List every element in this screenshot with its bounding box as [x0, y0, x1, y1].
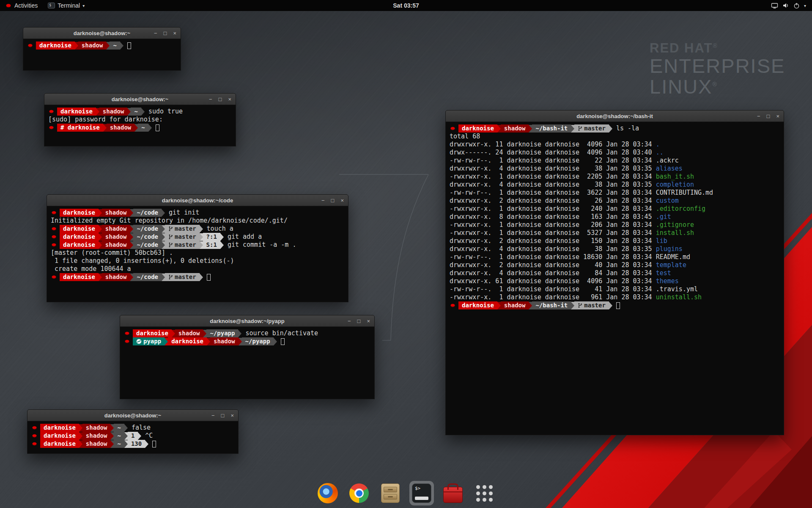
- file-entry-name: .gitignore: [656, 221, 694, 229]
- terminal-line: -rw-rw-r--. 1 darknoise darknoise 18630 …: [450, 253, 780, 261]
- maximize-button[interactable]: □: [221, 412, 225, 419]
- minimize-button[interactable]: −: [209, 96, 212, 102]
- powerline-separator: [609, 302, 612, 309]
- file-entry-name: README.md: [656, 253, 690, 261]
- system-status-area[interactable]: ▾: [765, 0, 812, 11]
- activities-label: Activities: [14, 2, 38, 9]
- powerline-separator: [497, 125, 501, 133]
- minimize-button[interactable]: −: [321, 197, 325, 204]
- minimize-button[interactable]: −: [348, 318, 351, 324]
- terminal-line: -rw-rw-r--. 1 darknoise darknoise 3622 J…: [450, 189, 780, 197]
- window-title: darknoise@shadow:~: [74, 30, 130, 36]
- prompt-segment-path: ~/code: [133, 209, 162, 217]
- command-text: touch a: [207, 225, 233, 233]
- terminal-line: -rw-rw-r--. 1 darknoise darknoise 41 Jan…: [450, 285, 780, 293]
- terminal-line: [sudo] password for darknoise:: [48, 116, 232, 124]
- prompt-segment-git: master: [165, 241, 200, 249]
- maximize-button[interactable]: □: [164, 30, 167, 36]
- prompt-segment-user: darknoise: [36, 41, 75, 50]
- prompt-segment-git: master: [165, 233, 200, 241]
- redhat-prompt-icon: [31, 425, 38, 431]
- window-title: darknoise@shadow:~: [112, 96, 168, 102]
- terminal-content[interactable]: darknoiseshadow~/codegit initInitialized…: [47, 206, 348, 284]
- registered-mark: ®: [713, 42, 718, 49]
- maximize-button[interactable]: □: [357, 318, 361, 324]
- dock: $>: [315, 481, 497, 505]
- terminal-line: create mode 100644 a: [51, 265, 344, 273]
- minimize-button[interactable]: −: [154, 30, 157, 36]
- terminal-content[interactable]: darknoiseshadow~: [23, 39, 181, 52]
- terminal-line: Initialized empty Git repository in /hom…: [51, 217, 344, 225]
- close-button[interactable]: ×: [367, 318, 370, 324]
- file-entry-name: template: [656, 261, 686, 269]
- close-button[interactable]: ×: [230, 412, 234, 419]
- terminal-line: darknoiseshadow~1^C: [31, 432, 234, 440]
- terminal-line: drwxrwxr-x. 8 darknoise darknoise 163 Ja…: [450, 213, 780, 221]
- dock-item-firefox[interactable]: [315, 481, 340, 505]
- close-button[interactable]: ×: [228, 96, 231, 102]
- terminal-content[interactable]: darknoiseshadow~sudo true[sudo] password…: [44, 105, 236, 134]
- titlebar[interactable]: darknoise@shadow:~/pyapp − □ ×: [120, 315, 374, 327]
- titlebar[interactable]: darknoise@shadow:~ − □ ×: [27, 410, 238, 421]
- terminal-cursor: [207, 274, 211, 281]
- terminal-content[interactable]: darknoiseshadow~falsedarknoiseshadow~1^C…: [27, 421, 238, 450]
- terminal-line: drwxrwxr-x. 61 darknoise darknoise 4096 …: [450, 277, 780, 285]
- minimize-button[interactable]: −: [757, 113, 760, 119]
- titlebar[interactable]: darknoise@shadow:~ − □ ×: [23, 28, 181, 39]
- dock-item-chrome[interactable]: [347, 481, 371, 505]
- close-button[interactable]: ×: [340, 197, 344, 204]
- brand-line-linux: LINUX®: [650, 77, 785, 97]
- maximize-button[interactable]: □: [219, 96, 222, 102]
- terminal-line: drwxrwxr-x. 4 darknoise darknoise 84 Jan…: [450, 269, 780, 277]
- maximize-button[interactable]: □: [767, 113, 770, 119]
- dock-item-files[interactable]: [378, 481, 403, 505]
- file-entry-meta: -rw-rw-r--. 1 darknoise darknoise 3622 J…: [450, 189, 656, 197]
- powerline-separator: [529, 125, 532, 133]
- redhat-prompt-icon: [51, 243, 57, 248]
- file-entry-meta: drwxrwxr-x. 4 darknoise darknoise 38 Jan…: [450, 165, 656, 173]
- close-button[interactable]: ×: [776, 113, 779, 119]
- app-menu-terminal[interactable]: $ Terminal ▾: [43, 0, 90, 11]
- powerline-separator: [99, 273, 102, 281]
- prompt-segment-host: shadow: [102, 241, 130, 249]
- terminal-cursor: [281, 338, 285, 345]
- titlebar[interactable]: darknoise@shadow:~/bash-it − □ ×: [446, 110, 784, 122]
- top-bar: Activities $ Terminal ▾ Sat 03:57 ▾: [0, 0, 812, 11]
- maximize-button[interactable]: □: [331, 197, 335, 204]
- powerline-separator: [571, 302, 574, 309]
- powerline-separator: [110, 432, 114, 440]
- dock-item-app-grid[interactable]: [472, 481, 497, 505]
- terminal-line: -rwxrwxr-x. 1 darknoise darknoise 240 Ja…: [450, 205, 780, 213]
- clock[interactable]: Sat 03:57: [393, 2, 419, 9]
- terminal-line: darknoiseshadow~/codemastertouch a: [51, 225, 344, 233]
- terminal-line: darknoiseshadow~/bash-itmaster: [450, 301, 780, 309]
- close-button[interactable]: ×: [173, 30, 176, 36]
- redhat-prompt-icon: [48, 125, 55, 130]
- redhat-prompt-icon: [51, 235, 57, 240]
- activities-button[interactable]: Activities: [0, 0, 43, 11]
- terminal-icon: $>: [412, 483, 431, 503]
- prompt-segment-path: ~: [114, 440, 124, 448]
- terminal-line: drwxrwxr-x. 4 darknoise darknoise 38 Jan…: [450, 165, 780, 173]
- terminal-line: drwxrwxr-x. 4 darknoise darknoise 38 Jan…: [450, 181, 780, 189]
- titlebar[interactable]: darknoise@shadow:~/code − □ ×: [47, 195, 348, 206]
- dock-item-terminal[interactable]: $>: [409, 481, 434, 505]
- powerline-separator: [79, 440, 82, 448]
- command-text: git commit -a -m .: [228, 241, 296, 249]
- terminal-line: -rwxrwxr-x. 1 darknoise darknoise 2205 J…: [450, 173, 780, 181]
- volume-icon: [782, 3, 789, 8]
- file-cabinet-icon: [381, 483, 400, 503]
- file-entry-name: test: [656, 269, 671, 277]
- dock-item-toolbox[interactable]: [441, 481, 465, 505]
- file-entry-name: bash_it.sh: [656, 173, 694, 181]
- minimize-button[interactable]: −: [211, 412, 215, 419]
- prompt-segment-host: shadow: [210, 337, 239, 345]
- redhat-prompt-icon: [124, 339, 130, 344]
- powerline-separator: [141, 108, 145, 116]
- titlebar[interactable]: darknoise@shadow:~ − □ ×: [44, 94, 236, 105]
- powerline-separator: [134, 124, 138, 132]
- terminal-content[interactable]: darknoiseshadow~/pyappsource bin/activat…: [120, 327, 374, 348]
- powerline-separator: [99, 225, 102, 233]
- terminal-content[interactable]: darknoiseshadow~/bash-itmasterls -latota…: [446, 122, 784, 312]
- file-entry-meta: -rwxrwxr-x. 1 darknoise darknoise 240 Ja…: [450, 205, 656, 213]
